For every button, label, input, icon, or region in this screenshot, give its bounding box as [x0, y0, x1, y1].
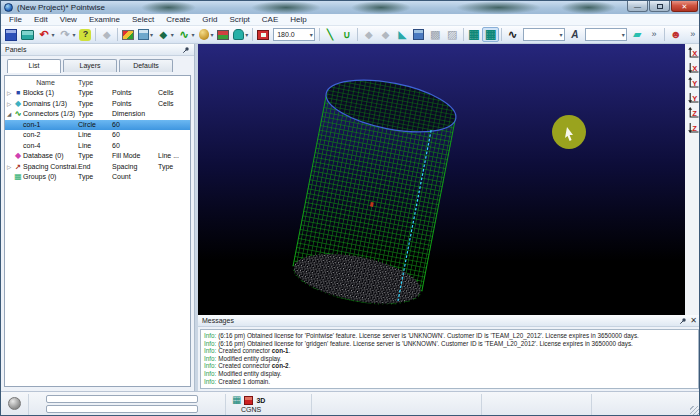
tab-list[interactable]: List: [7, 59, 61, 73]
spline-tool-button[interactable]: ∿: [504, 27, 521, 42]
toolbar-separator: [463, 28, 464, 41]
log-level-label: Info:: [204, 378, 216, 385]
mask-button[interactable]: ☻: [667, 27, 684, 42]
tree-row-domains-1-3[interactable]: ▷◆Domains (1/3)TypePointsCells: [5, 99, 190, 110]
unstructured-grid-button[interactable]: ▦: [482, 27, 499, 42]
panel-tabs: ListLayersDefaults: [1, 56, 194, 72]
structured-grid-button[interactable]: ▦: [466, 27, 483, 42]
display-attributes-button[interactable]: [120, 27, 136, 42]
minimize-button[interactable]: —: [627, 1, 648, 12]
mesh-shell-button[interactable]: ▨: [444, 27, 461, 42]
wedge-button[interactable]: ◣: [394, 27, 411, 42]
delete-button[interactable]: ◆: [98, 27, 115, 42]
tab-layers[interactable]: Layers: [63, 59, 117, 72]
expander-collapsed-icon[interactable]: ▷: [5, 88, 13, 99]
log-text: Modified entity display.: [218, 370, 281, 377]
open-button[interactable]: [19, 27, 36, 42]
tree-row-blocks-1[interactable]: ▷■Blocks (1)TypePointsCells: [5, 88, 190, 99]
groups-icon: ▦: [13, 172, 23, 182]
mesh-sphere-button[interactable]: ▩: [427, 27, 444, 42]
close-button[interactable]: ✕: [671, 1, 698, 12]
pin-icon[interactable]: [182, 46, 190, 54]
toolbar-separator: [664, 28, 665, 41]
app-icon: [4, 3, 13, 12]
tree-row-groups-0[interactable]: ▦Groups (0)TypeCount: [5, 172, 190, 183]
assemble-block-button[interactable]: [411, 27, 427, 42]
menu-select[interactable]: Select: [126, 14, 160, 26]
menu-grid[interactable]: Grid: [196, 14, 223, 26]
annotate-button[interactable]: A: [567, 27, 584, 42]
create-connector-button[interactable]: ∿▾: [176, 27, 197, 42]
unstructured-grid-icon: ▦: [484, 28, 497, 41]
tree-row-con-2[interactable]: con-2Line60: [5, 130, 190, 141]
panels-title: Panels: [5, 46, 26, 53]
view-minus-z-button[interactable]: Z: [686, 121, 700, 135]
arc-curve-button[interactable]: ∪: [339, 27, 356, 42]
view-minus-y-button[interactable]: Y: [686, 91, 700, 105]
tree-row-con-4[interactable]: con-4Line60: [5, 141, 190, 152]
undo-arrow-icon: ↶: [38, 28, 51, 41]
tree-row-con-1[interactable]: con-1Circle60: [5, 120, 190, 131]
attribute-combo[interactable]: ▾: [585, 28, 627, 41]
menu-script[interactable]: Script: [223, 14, 255, 26]
create-block-button[interactable]: ▾: [136, 27, 155, 42]
chevron-right-icon: »: [648, 28, 661, 41]
tree-row-connectors-1-3[interactable]: ◢∿Connectors (1/3)TypeDimension: [5, 109, 190, 120]
two-point-curve-button[interactable]: ╲: [322, 27, 339, 42]
diamond-gray-icon: ◆: [362, 28, 375, 41]
tree-row-database-0[interactable]: ◆Database (0)TypeFill ModeLine ...: [5, 151, 190, 162]
chevron-down-icon: ▾: [192, 31, 195, 38]
view-plus-x-button[interactable]: X: [686, 46, 700, 60]
resize-grip[interactable]: [690, 406, 700, 416]
overflow-button-1[interactable]: »: [646, 27, 663, 42]
save-button[interactable]: [3, 27, 19, 42]
expander-collapsed-icon[interactable]: ▷: [5, 99, 13, 110]
transform-button[interactable]: ▾: [231, 27, 250, 42]
menu-help[interactable]: Help: [284, 14, 312, 26]
help-button[interactable]: ?: [77, 27, 93, 42]
diamond-gray-icon: ◆: [100, 28, 113, 41]
curve-icon: ∿: [178, 28, 191, 41]
pin-icon[interactable]: [679, 317, 687, 325]
open-folder-icon: [21, 30, 34, 40]
expander-expanded-icon[interactable]: ◢: [5, 109, 13, 120]
grid-mode-icon: ▦: [232, 395, 241, 405]
maximize-button[interactable]: [649, 1, 670, 12]
entity-type-combo[interactable]: ▾: [523, 28, 565, 41]
spacing-icon: ↗: [13, 162, 23, 172]
examine-button[interactable]: [255, 27, 271, 42]
cell-c3: Line ...: [158, 151, 190, 162]
layers-button[interactable]: ▰: [629, 27, 646, 42]
assemble-special-button[interactable]: ◆: [377, 27, 394, 42]
chevron-down-icon: ▾: [72, 31, 75, 38]
menu-edit[interactable]: Edit: [28, 14, 54, 26]
cae-cube-icon: [244, 396, 253, 405]
overflow-button-2[interactable]: »: [684, 27, 700, 42]
entity-list: Name Type ▷■Blocks (1)TypePointsCells▷◆D…: [4, 75, 191, 387]
view-minus-x-button[interactable]: X: [686, 61, 700, 75]
view-plus-y-button[interactable]: Y: [686, 76, 700, 90]
chevron-right-icon: »: [686, 28, 699, 41]
create-domain-button[interactable]: ◆▾: [155, 27, 176, 42]
tree-row-spacing-constrai[interactable]: ▷↗Spacing Constrai...EndSpacingType: [5, 162, 190, 173]
tab-defaults[interactable]: Defaults: [119, 59, 173, 72]
menu-file[interactable]: File: [3, 14, 28, 26]
menu-examine[interactable]: Examine: [83, 14, 126, 26]
display-viewport[interactable]: [198, 44, 685, 315]
close-icon[interactable]: ✕: [690, 317, 697, 325]
expander-collapsed-icon[interactable]: ▷: [5, 162, 13, 173]
image-display-button[interactable]: [215, 27, 231, 42]
menu-view[interactable]: View: [54, 14, 83, 26]
view-plus-z-button[interactable]: Z: [686, 106, 700, 120]
redo-button[interactable]: ↷▾: [57, 27, 78, 42]
angle-combo[interactable]: 180.0▾: [273, 28, 315, 41]
menu-create[interactable]: Create: [160, 14, 196, 26]
create-database-button[interactable]: ▾: [197, 27, 216, 42]
assemble-domain-button[interactable]: ◆: [360, 27, 377, 42]
entity-name: Spacing Constrai...: [23, 162, 78, 173]
column-name[interactable]: Name: [13, 77, 78, 88]
undo-button[interactable]: ↶▾: [36, 27, 57, 42]
column-type[interactable]: Type: [78, 77, 112, 88]
chevron-down-icon: ▾: [559, 31, 562, 38]
menu-cae[interactable]: CAE: [256, 14, 284, 26]
